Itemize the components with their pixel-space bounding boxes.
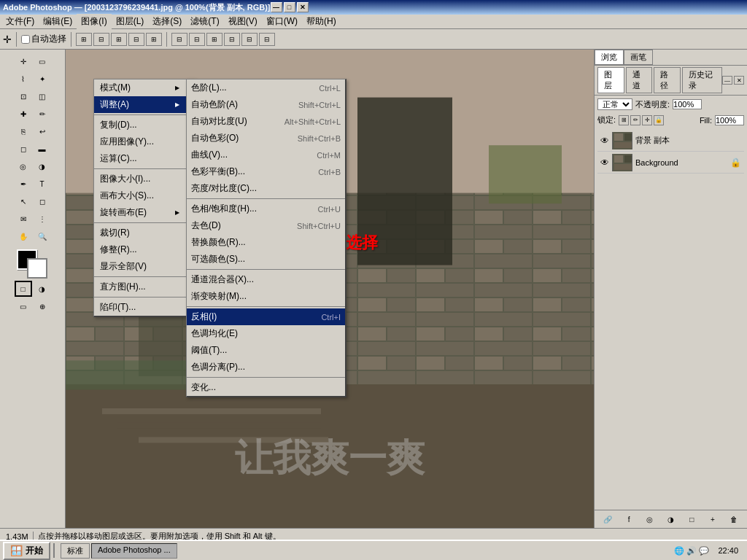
new-layer-btn[interactable]: + bbox=[706, 513, 719, 525]
auto-select-checkbox[interactable]: 自动选择 bbox=[21, 33, 66, 45]
layer-mask-btn[interactable]: ◎ bbox=[643, 513, 657, 525]
tool-marquee[interactable]: ▭ bbox=[34, 53, 51, 69]
adjust-auto-color[interactable]: 自动色彩(O)Shift+Ctrl+B bbox=[187, 130, 345, 147]
align-btn4[interactable]: ⊟ bbox=[224, 33, 240, 46]
tool-text[interactable]: T bbox=[34, 176, 51, 192]
tab-channels[interactable]: 通道 bbox=[626, 67, 653, 93]
menu-item-mode[interactable]: 模式(M) bbox=[94, 79, 194, 96]
tool-move[interactable]: ✛ bbox=[15, 53, 32, 69]
delete-layer-btn[interactable]: 🗑 bbox=[727, 513, 740, 525]
adjustment-layer-btn[interactable]: ◑ bbox=[664, 513, 677, 525]
tool-notes[interactable]: ✉ bbox=[15, 211, 32, 227]
tool-history-brush[interactable]: ↩ bbox=[34, 123, 51, 139]
tab-layers[interactable]: 图层 bbox=[597, 67, 624, 93]
move-tool[interactable]: ✛ bbox=[3, 34, 12, 45]
tab-browse[interactable]: 浏览 bbox=[595, 50, 624, 65]
lock-transparent[interactable]: ⊞ bbox=[619, 115, 629, 125]
menu-file[interactable]: 文件(F) bbox=[1, 14, 39, 29]
menu-item-calculations[interactable]: 运算(C)... bbox=[94, 150, 194, 167]
align-btn5[interactable]: ⊟ bbox=[241, 33, 258, 46]
transform-btn5[interactable]: ⊞ bbox=[146, 33, 162, 46]
adjust-desaturate[interactable]: 去色(D)Shift+Ctrl+U bbox=[187, 217, 345, 234]
panel-close[interactable]: ✕ bbox=[734, 76, 744, 85]
tab-brush[interactable]: 画笔 bbox=[624, 50, 653, 65]
menu-item-histogram[interactable]: 直方图(H)... bbox=[94, 279, 194, 295]
menu-item-reveal-all[interactable]: 显示全部(V) bbox=[94, 258, 194, 275]
panel-minimize[interactable]: — bbox=[722, 76, 732, 85]
link-layers-btn[interactable]: 🔗 bbox=[601, 513, 614, 525]
adjust-threshold[interactable]: 阈值(T)... bbox=[187, 342, 345, 359]
menu-edit[interactable]: 编辑(E) bbox=[39, 14, 77, 29]
blend-mode-select[interactable]: 正常 bbox=[597, 98, 632, 110]
start-button[interactable]: 🪟 开始 bbox=[3, 542, 50, 560]
tool-shape[interactable]: ◻ bbox=[34, 193, 51, 209]
menu-item-duplicate[interactable]: 复制(D)... bbox=[94, 117, 194, 133]
quick-mask-mode[interactable]: ◑ bbox=[34, 281, 51, 297]
lock-image[interactable]: ✏ bbox=[630, 115, 640, 125]
adjust-brightness-contrast[interactable]: 亮度/对比度(C)... bbox=[187, 180, 345, 197]
fill-input[interactable] bbox=[715, 115, 744, 125]
align-btn2[interactable]: ⊟ bbox=[189, 33, 205, 46]
tool-crop[interactable]: ⊡ bbox=[15, 88, 32, 104]
standard-mode[interactable]: □ bbox=[15, 281, 32, 297]
adjust-hue-saturation[interactable]: 色相/饱和度(H)...Ctrl+U bbox=[187, 201, 345, 217]
transform-btn4[interactable]: ⊟ bbox=[128, 33, 144, 46]
adjust-curves[interactable]: 曲线(V)...Ctrl+M bbox=[187, 147, 345, 163]
tool-magic-wand[interactable]: ✦ bbox=[34, 71, 51, 87]
restore-button[interactable]: □ bbox=[284, 2, 295, 12]
layer-visibility-icon[interactable]: 👁 bbox=[600, 136, 609, 146]
tool-eraser[interactable]: ◻ bbox=[15, 141, 32, 157]
menu-view[interactable]: 视图(V) bbox=[224, 14, 262, 29]
menu-select[interactable]: 选择(S) bbox=[148, 14, 186, 29]
tool-hand[interactable]: ✋ bbox=[15, 228, 32, 244]
tab-history[interactable]: 历史记录 bbox=[682, 67, 722, 93]
jump-to-imageready[interactable]: ⊕ bbox=[34, 298, 51, 314]
screen-mode[interactable]: ▭ bbox=[15, 298, 32, 314]
adjust-replace-color[interactable]: 替换颜色(R)... bbox=[187, 234, 345, 251]
adjust-levels[interactable]: 色阶(L)...Ctrl+L bbox=[187, 79, 345, 96]
tool-eyedropper[interactable]: ⋮ bbox=[34, 211, 51, 227]
menu-item-crop[interactable]: 裁切(R) bbox=[94, 225, 194, 241]
taskbar-standard[interactable]: 标准 bbox=[61, 543, 90, 559]
adjust-posterize[interactable]: 色调分离(P)... bbox=[187, 359, 345, 376]
layer-row[interactable]: 👁 Background 🔒 bbox=[597, 152, 744, 174]
transform-btn1[interactable]: ⊞ bbox=[76, 33, 92, 46]
tool-brush[interactable]: ✏ bbox=[34, 106, 51, 122]
menu-item-trim[interactable]: 修整(R)... bbox=[94, 241, 194, 258]
tool-dodge[interactable]: ◑ bbox=[34, 158, 51, 174]
align-btn1[interactable]: ⊟ bbox=[171, 33, 187, 46]
transform-btn3[interactable]: ⊞ bbox=[111, 33, 127, 46]
menu-item-adjust[interactable]: 调整(A) bbox=[94, 96, 194, 113]
minimize-button[interactable]: — bbox=[271, 2, 282, 12]
layer-styles-btn[interactable]: f bbox=[622, 513, 635, 525]
adjust-auto-contrast[interactable]: 自动对比度(U)Alt+Shift+Ctrl+L bbox=[187, 113, 345, 130]
align-btn6[interactable]: ⊟ bbox=[259, 33, 275, 46]
adjust-auto-levels[interactable]: 自动色阶(A)Shift+Ctrl+L bbox=[187, 96, 345, 113]
adjust-equalize[interactable]: 色调均化(E) bbox=[187, 325, 345, 342]
transform-btn2[interactable]: ⊟ bbox=[93, 33, 109, 46]
lock-all[interactable]: 🔒 bbox=[654, 115, 664, 125]
tool-gradient[interactable]: ▬ bbox=[34, 141, 51, 157]
menu-help[interactable]: 帮助(H) bbox=[302, 14, 341, 29]
adjust-invert[interactable]: 反相(I)Ctrl+I bbox=[187, 308, 345, 325]
taskbar-photoshop[interactable]: Adobe Photoshop ... bbox=[91, 543, 177, 559]
tool-zoom[interactable]: 🔍 bbox=[34, 228, 51, 244]
adjust-selective-color[interactable]: 可选颜色(S)... bbox=[187, 251, 345, 268]
adjust-color-balance[interactable]: 色彩平衡(B)...Ctrl+B bbox=[187, 163, 345, 180]
layer-visibility-icon[interactable]: 👁 bbox=[600, 158, 609, 168]
menu-item-trap[interactable]: 陷印(T)... bbox=[94, 299, 194, 316]
menu-image[interactable]: 图像(I) bbox=[77, 14, 111, 29]
tool-blur[interactable]: ◎ bbox=[15, 158, 32, 174]
adjust-gradient-map[interactable]: 渐变映射(M)... bbox=[187, 288, 345, 305]
tool-clone[interactable]: ⎘ bbox=[15, 123, 32, 139]
tab-paths[interactable]: 路径 bbox=[654, 67, 681, 93]
adjust-variations[interactable]: 变化... bbox=[187, 379, 345, 396]
tool-slice[interactable]: ◫ bbox=[34, 88, 51, 104]
menu-item-apply-image[interactable]: 应用图像(Y)... bbox=[94, 133, 194, 150]
adjust-channel-mixer[interactable]: 通道混合器(X)... bbox=[187, 271, 345, 288]
new-group-btn[interactable]: □ bbox=[685, 513, 698, 525]
menu-item-image-size[interactable]: 图像大小(I)... bbox=[94, 171, 194, 187]
menu-item-rotate[interactable]: 旋转画布(E) bbox=[94, 204, 194, 221]
layer-row[interactable]: 👁 背景 副本 bbox=[597, 130, 744, 152]
opacity-input[interactable] bbox=[673, 99, 702, 109]
